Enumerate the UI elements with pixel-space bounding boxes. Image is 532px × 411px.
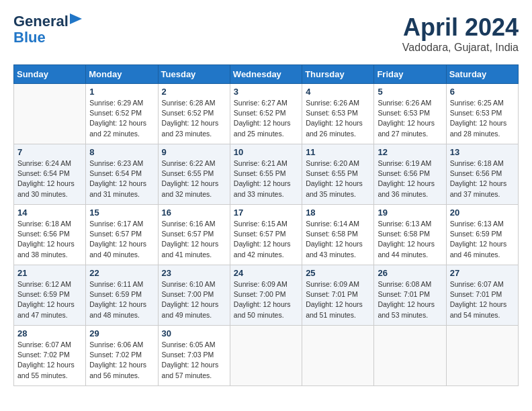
- day-number: 11: [306, 147, 370, 157]
- day-number: 5: [378, 87, 442, 97]
- day-info: Sunrise: 6:14 AM Sunset: 6:58 PM Dayligh…: [306, 219, 370, 260]
- day-number: 9: [162, 147, 226, 157]
- calendar-week-row: 14Sunrise: 6:18 AM Sunset: 6:56 PM Dayli…: [14, 205, 519, 265]
- weekday-header-wednesday: Wednesday: [230, 65, 302, 84]
- day-number: 3: [234, 87, 298, 97]
- day-info: Sunrise: 6:12 AM Sunset: 6:59 PM Dayligh…: [17, 279, 82, 320]
- day-info: Sunrise: 6:19 AM Sunset: 6:56 PM Dayligh…: [378, 158, 442, 199]
- day-info: Sunrise: 6:10 AM Sunset: 7:00 PM Dayligh…: [162, 279, 226, 320]
- day-number: 22: [89, 268, 154, 278]
- calendar-cell: 25Sunrise: 6:09 AM Sunset: 7:01 PM Dayli…: [302, 265, 374, 326]
- calendar-cell: 17Sunrise: 6:15 AM Sunset: 6:57 PM Dayli…: [230, 205, 302, 265]
- calendar-cell: 3Sunrise: 6:27 AM Sunset: 6:52 PM Daylig…: [230, 84, 302, 144]
- calendar-cell: [374, 326, 446, 386]
- calendar-cell: [14, 84, 86, 144]
- logo-arrow-icon: [70, 13, 82, 24]
- calendar-cell: 1Sunrise: 6:29 AM Sunset: 6:52 PM Daylig…: [86, 84, 158, 144]
- day-info: Sunrise: 6:13 AM Sunset: 6:59 PM Dayligh…: [450, 219, 515, 260]
- weekday-header-monday: Monday: [86, 65, 158, 84]
- day-info: Sunrise: 6:06 AM Sunset: 7:02 PM Dayligh…: [89, 340, 154, 381]
- day-number: 10: [234, 147, 298, 157]
- calendar-cell: 4Sunrise: 6:26 AM Sunset: 6:53 PM Daylig…: [302, 84, 374, 144]
- weekday-header-thursday: Thursday: [302, 65, 374, 84]
- location-text: Vadodara, Gujarat, India: [402, 42, 519, 54]
- logo-text-general: General: [13, 13, 69, 30]
- day-number: 20: [450, 208, 515, 218]
- day-number: 15: [89, 208, 154, 218]
- calendar-cell: 24Sunrise: 6:09 AM Sunset: 7:00 PM Dayli…: [230, 265, 302, 326]
- day-info: Sunrise: 6:22 AM Sunset: 6:55 PM Dayligh…: [162, 158, 226, 199]
- day-number: 30: [162, 328, 226, 338]
- day-number: 14: [17, 208, 82, 218]
- day-info: Sunrise: 6:09 AM Sunset: 7:00 PM Dayligh…: [234, 279, 298, 320]
- day-number: 26: [378, 268, 442, 278]
- calendar-week-row: 1Sunrise: 6:29 AM Sunset: 6:52 PM Daylig…: [14, 84, 519, 144]
- calendar-cell: 21Sunrise: 6:12 AM Sunset: 6:59 PM Dayli…: [14, 265, 86, 326]
- calendar-cell: 9Sunrise: 6:22 AM Sunset: 6:55 PM Daylig…: [158, 144, 230, 205]
- day-number: 25: [306, 268, 370, 278]
- day-info: Sunrise: 6:08 AM Sunset: 7:01 PM Dayligh…: [378, 279, 442, 320]
- calendar-cell: [446, 326, 518, 386]
- calendar-cell: 2Sunrise: 6:28 AM Sunset: 6:52 PM Daylig…: [158, 84, 230, 144]
- calendar-cell: 5Sunrise: 6:26 AM Sunset: 6:53 PM Daylig…: [374, 84, 446, 144]
- day-number: 13: [450, 147, 515, 157]
- calendar-cell: 30Sunrise: 6:05 AM Sunset: 7:03 PM Dayli…: [158, 326, 230, 386]
- calendar-cell: 14Sunrise: 6:18 AM Sunset: 6:56 PM Dayli…: [14, 205, 86, 265]
- day-number: 29: [89, 328, 154, 338]
- day-info: Sunrise: 6:17 AM Sunset: 6:57 PM Dayligh…: [89, 219, 154, 260]
- calendar-cell: 12Sunrise: 6:19 AM Sunset: 6:56 PM Dayli…: [374, 144, 446, 205]
- day-info: Sunrise: 6:16 AM Sunset: 6:57 PM Dayligh…: [162, 219, 226, 260]
- day-number: 28: [17, 328, 82, 338]
- day-info: Sunrise: 6:25 AM Sunset: 6:53 PM Dayligh…: [450, 98, 515, 139]
- calendar-cell: 18Sunrise: 6:14 AM Sunset: 6:58 PM Dayli…: [302, 205, 374, 265]
- weekday-header-tuesday: Tuesday: [158, 65, 230, 84]
- day-info: Sunrise: 6:26 AM Sunset: 6:53 PM Dayligh…: [306, 98, 370, 139]
- day-info: Sunrise: 6:07 AM Sunset: 7:02 PM Dayligh…: [17, 340, 82, 381]
- calendar-cell: 6Sunrise: 6:25 AM Sunset: 6:53 PM Daylig…: [446, 84, 518, 144]
- day-info: Sunrise: 6:15 AM Sunset: 6:57 PM Dayligh…: [234, 219, 298, 260]
- weekday-header-sunday: Sunday: [14, 65, 86, 84]
- calendar-cell: 15Sunrise: 6:17 AM Sunset: 6:57 PM Dayli…: [86, 205, 158, 265]
- day-number: 6: [450, 87, 515, 97]
- day-number: 2: [162, 87, 226, 97]
- weekday-header-friday: Friday: [374, 65, 446, 84]
- svg-marker-0: [70, 13, 82, 24]
- day-number: 27: [450, 268, 515, 278]
- day-number: 7: [17, 147, 82, 157]
- calendar-cell: 28Sunrise: 6:07 AM Sunset: 7:02 PM Dayli…: [14, 326, 86, 386]
- calendar-header-row: SundayMondayTuesdayWednesdayThursdayFrid…: [14, 65, 519, 84]
- day-info: Sunrise: 6:09 AM Sunset: 7:01 PM Dayligh…: [306, 279, 370, 320]
- calendar-week-row: 28Sunrise: 6:07 AM Sunset: 7:02 PM Dayli…: [14, 326, 519, 386]
- day-info: Sunrise: 6:18 AM Sunset: 6:56 PM Dayligh…: [17, 219, 82, 260]
- page-header: General Blue April 2024 Vadodara, Gujara…: [13, 13, 519, 54]
- day-info: Sunrise: 6:24 AM Sunset: 6:54 PM Dayligh…: [17, 158, 82, 199]
- day-info: Sunrise: 6:11 AM Sunset: 6:59 PM Dayligh…: [89, 279, 154, 320]
- day-number: 8: [89, 147, 154, 157]
- day-info: Sunrise: 6:13 AM Sunset: 6:58 PM Dayligh…: [378, 219, 442, 260]
- calendar-cell: 27Sunrise: 6:07 AM Sunset: 7:01 PM Dayli…: [446, 265, 518, 326]
- calendar-cell: [230, 326, 302, 386]
- calendar-cell: 7Sunrise: 6:24 AM Sunset: 6:54 PM Daylig…: [14, 144, 86, 205]
- calendar-cell: 10Sunrise: 6:21 AM Sunset: 6:55 PM Dayli…: [230, 144, 302, 205]
- calendar-week-row: 7Sunrise: 6:24 AM Sunset: 6:54 PM Daylig…: [14, 144, 519, 205]
- day-number: 1: [89, 87, 154, 97]
- calendar-cell: 20Sunrise: 6:13 AM Sunset: 6:59 PM Dayli…: [446, 205, 518, 265]
- day-number: 23: [162, 268, 226, 278]
- calendar-cell: 29Sunrise: 6:06 AM Sunset: 7:02 PM Dayli…: [86, 326, 158, 386]
- day-info: Sunrise: 6:26 AM Sunset: 6:53 PM Dayligh…: [378, 98, 442, 139]
- calendar-cell: 8Sunrise: 6:23 AM Sunset: 6:54 PM Daylig…: [86, 144, 158, 205]
- calendar-cell: 19Sunrise: 6:13 AM Sunset: 6:58 PM Dayli…: [374, 205, 446, 265]
- calendar-table: SundayMondayTuesdayWednesdayThursdayFrid…: [13, 64, 519, 386]
- logo: General Blue: [13, 13, 82, 46]
- day-info: Sunrise: 6:27 AM Sunset: 6:52 PM Dayligh…: [234, 98, 298, 139]
- calendar-week-row: 21Sunrise: 6:12 AM Sunset: 6:59 PM Dayli…: [14, 265, 519, 326]
- day-info: Sunrise: 6:23 AM Sunset: 6:54 PM Dayligh…: [89, 158, 154, 199]
- day-number: 17: [234, 208, 298, 218]
- month-title: April 2024: [402, 13, 519, 42]
- day-info: Sunrise: 6:20 AM Sunset: 6:55 PM Dayligh…: [306, 158, 370, 199]
- day-number: 12: [378, 147, 442, 157]
- day-info: Sunrise: 6:18 AM Sunset: 6:56 PM Dayligh…: [450, 158, 515, 199]
- calendar-cell: 23Sunrise: 6:10 AM Sunset: 7:00 PM Dayli…: [158, 265, 230, 326]
- title-block: April 2024 Vadodara, Gujarat, India: [402, 13, 519, 54]
- calendar-cell: 26Sunrise: 6:08 AM Sunset: 7:01 PM Dayli…: [374, 265, 446, 326]
